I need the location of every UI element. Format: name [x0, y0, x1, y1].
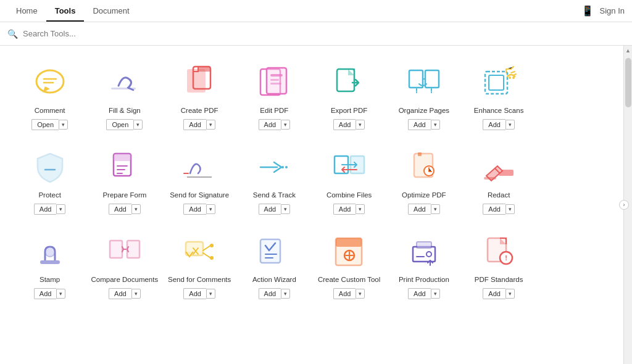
- tool-btn-optimize-pdf[interactable]: Add: [408, 204, 431, 215]
- tool-btn-arrow-combine-files[interactable]: ▾: [356, 204, 365, 214]
- tool-btn-comment[interactable]: Open: [31, 119, 59, 130]
- tool-btn-arrow-redact[interactable]: ▾: [505, 204, 515, 214]
- tool-btn-arrow-pdf-standards[interactable]: ▾: [505, 289, 515, 299]
- tool-btn-arrow-send-signature[interactable]: ▾: [206, 204, 215, 214]
- svg-rect-11: [270, 74, 283, 77]
- tool-btn-compare-docs[interactable]: Add: [109, 288, 131, 299]
- svg-rect-54: [417, 242, 431, 248]
- tool-item-send-signature[interactable]: Send for SignatureAdd▾: [162, 140, 237, 220]
- tool-btn-stamp[interactable]: Add: [34, 288, 57, 299]
- tool-item-send-track[interactable]: Send & TrackAdd▾: [237, 140, 312, 220]
- tool-item-create-pdf[interactable]: Create PDFAdd▾: [162, 56, 237, 135]
- tool-btn-arrow-fill-sign[interactable]: ▾: [133, 120, 143, 130]
- tool-item-protect[interactable]: ProtectAdd▾: [12, 140, 87, 220]
- tools-area: CommentOpen▾ Fill & SignOpen▾ Create PDF…: [0, 46, 623, 364]
- tool-item-enhance-scans[interactable]: Enhance ScansAdd▾: [462, 56, 536, 135]
- nav-tab-tools[interactable]: Tools: [46, 1, 85, 22]
- tool-btn-arrow-prepare-form[interactable]: ▾: [131, 204, 141, 214]
- tool-item-organize-pages[interactable]: Organize PagesAdd▾: [386, 56, 461, 135]
- tool-btn-arrow-action-wizard[interactable]: ▾: [281, 289, 290, 299]
- tool-item-redact[interactable]: RedactAdd▾: [462, 140, 536, 220]
- tool-icon-redact: [479, 147, 518, 187]
- tool-btn-arrow-optimize-pdf[interactable]: ▾: [431, 204, 440, 214]
- tool-name-compare-docs: Compare Documents: [91, 275, 159, 284]
- tool-icon-enhance-scans: [479, 63, 518, 102]
- nav-tab-document[interactable]: Document: [84, 1, 138, 22]
- tool-btn-redact[interactable]: Add: [483, 204, 505, 215]
- tool-btn-arrow-protect[interactable]: ▾: [56, 204, 65, 214]
- tool-btn-print-production[interactable]: Add: [408, 288, 431, 299]
- tool-btn-organize-pages[interactable]: Add: [408, 119, 431, 130]
- tool-btn-action-wizard[interactable]: Add: [259, 288, 281, 299]
- tool-item-export-pdf[interactable]: Export PDFAdd▾: [312, 56, 386, 135]
- svg-point-19: [509, 77, 511, 79]
- tool-btn-arrow-export-pdf[interactable]: ▾: [356, 120, 365, 130]
- sign-in-button[interactable]: Sign In: [600, 6, 625, 15]
- tool-btn-arrow-send-track[interactable]: ▾: [281, 204, 290, 214]
- tool-btn-group-combine-files: Add▾: [333, 204, 365, 215]
- tool-btn-arrow-create-custom-tool[interactable]: ▾: [356, 289, 365, 299]
- svg-point-44: [210, 256, 214, 260]
- scrollbar-thumb[interactable]: [625, 58, 631, 107]
- svg-point-29: [281, 166, 284, 168]
- tool-btn-combine-files[interactable]: Add: [333, 204, 356, 215]
- tool-btn-export-pdf[interactable]: Add: [333, 119, 356, 130]
- tool-btn-arrow-send-comments[interactable]: ▾: [206, 289, 215, 299]
- svg-point-43: [210, 244, 214, 247]
- tool-btn-arrow-edit-pdf[interactable]: ▾: [281, 120, 290, 130]
- tool-btn-enhance-scans[interactable]: Add: [483, 119, 505, 130]
- tool-item-prepare-form[interactable]: Prepare FormAdd▾: [87, 140, 162, 220]
- tool-item-edit-pdf[interactable]: Edit PDFAdd▾: [237, 56, 312, 135]
- tool-item-optimize-pdf[interactable]: Optimize PDFAdd▾: [386, 140, 461, 220]
- tool-name-pdf-standards: PDF Standards: [475, 275, 523, 284]
- nav-tab-home[interactable]: Home: [7, 1, 46, 22]
- tool-icon-pdf-standards: !: [479, 232, 518, 271]
- svg-rect-45: [260, 239, 280, 263]
- tool-btn-arrow-enhance-scans[interactable]: ▾: [505, 120, 515, 130]
- tool-btn-arrow-comment[interactable]: ▾: [59, 120, 68, 130]
- tool-item-create-custom-tool[interactable]: Create Custom ToolAdd▾: [312, 225, 386, 304]
- tool-btn-arrow-stamp[interactable]: ▾: [56, 289, 65, 299]
- tools-grid: CommentOpen▾ Fill & SignOpen▾ Create PDF…: [12, 56, 611, 304]
- svg-rect-13: [270, 83, 281, 85]
- tool-btn-group-organize-pages: Add▾: [408, 119, 440, 130]
- tool-item-comment[interactable]: CommentOpen▾: [12, 56, 87, 135]
- tool-btn-group-send-track: Add▾: [259, 204, 291, 215]
- search-icon: 🔍: [7, 29, 18, 39]
- svg-rect-40: [110, 241, 122, 258]
- tool-icon-send-track: [254, 147, 294, 187]
- tool-btn-arrow-print-production[interactable]: ▾: [431, 289, 440, 299]
- tool-item-compare-docs[interactable]: Compare DocumentsAdd▾: [87, 225, 162, 304]
- scrollbar-up[interactable]: ▲: [625, 46, 631, 56]
- tool-btn-group-prepare-form: Add▾: [109, 204, 141, 215]
- tool-item-pdf-standards[interactable]: ! PDF StandardsAdd▾: [462, 225, 536, 304]
- tool-btn-send-track[interactable]: Add: [259, 204, 281, 215]
- tool-btn-arrow-compare-docs[interactable]: ▾: [131, 289, 141, 299]
- tool-btn-prepare-form[interactable]: Add: [109, 204, 131, 215]
- search-input[interactable]: [23, 29, 146, 38]
- tool-btn-group-enhance-scans: Add▾: [483, 119, 515, 130]
- tool-btn-send-signature[interactable]: Add: [183, 204, 206, 215]
- tool-item-empty: [536, 140, 611, 220]
- tool-btn-edit-pdf[interactable]: Add: [259, 119, 281, 130]
- tool-btn-fill-sign[interactable]: Open: [106, 119, 133, 130]
- tool-btn-group-protect: Add▾: [34, 204, 66, 215]
- tool-item-action-wizard[interactable]: Action WizardAdd▾: [237, 225, 312, 304]
- tool-item-combine-files[interactable]: Combine FilesAdd▾: [312, 140, 386, 220]
- svg-rect-23: [114, 154, 131, 161]
- tool-item-send-comments[interactable]: Send for CommentsAdd▾: [162, 225, 237, 304]
- tool-item-stamp[interactable]: StampAdd▾: [12, 225, 87, 304]
- tool-icon-combine-files: [330, 147, 369, 187]
- tool-btn-create-pdf[interactable]: Add: [183, 119, 206, 130]
- tool-btn-create-custom-tool[interactable]: Add: [333, 288, 356, 299]
- tool-btn-arrow-create-pdf[interactable]: ▾: [206, 120, 215, 130]
- tool-icon-fill-sign: [105, 63, 144, 102]
- scrollbar-collapse[interactable]: ›: [619, 200, 629, 210]
- tool-btn-arrow-organize-pages[interactable]: ▾: [431, 120, 440, 130]
- tool-btn-protect[interactable]: Add: [34, 204, 57, 215]
- tool-item-print-production[interactable]: Print ProductionAdd▾: [386, 225, 461, 304]
- tool-btn-pdf-standards[interactable]: Add: [483, 288, 505, 299]
- tool-name-send-signature: Send for Signature: [170, 191, 229, 200]
- tool-btn-send-comments[interactable]: Add: [183, 288, 206, 299]
- tool-item-fill-sign[interactable]: Fill & SignOpen▾: [87, 56, 162, 135]
